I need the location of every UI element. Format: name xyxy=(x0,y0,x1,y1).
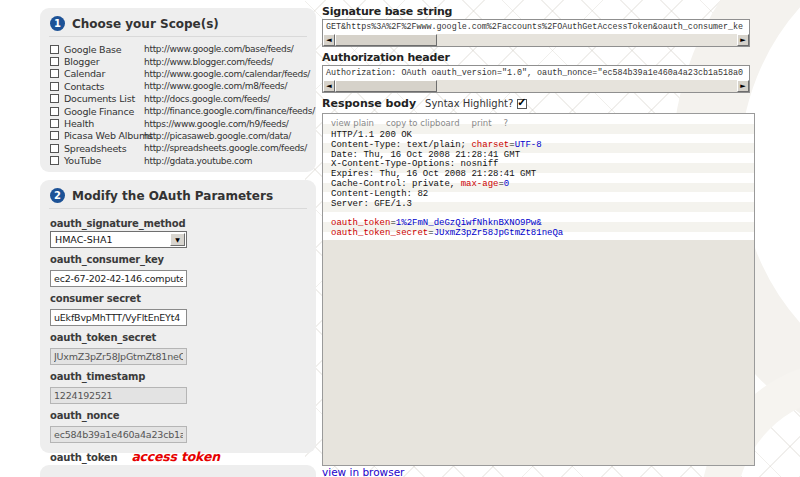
scope-checkbox[interactable] xyxy=(50,156,59,165)
scope-label: Spreadsheets xyxy=(64,143,144,154)
scroll-right-arrow-icon[interactable]: ► xyxy=(737,34,749,46)
field-label-row: oauth_signature_method xyxy=(50,218,306,229)
scroll-right-arrow-icon[interactable]: ► xyxy=(737,80,749,92)
syntax-toolbar: view plaincopy to clipboardprint? xyxy=(323,116,754,130)
field-label: oauth_token_secret xyxy=(50,332,156,343)
authorization-header-value: Authorization: OAuth oauth_version="1.0"… xyxy=(323,66,749,78)
scope-checkbox[interactable] xyxy=(50,131,59,140)
scope-checkbox[interactable] xyxy=(50,119,59,128)
scope-checkbox[interactable] xyxy=(50,107,59,116)
scopes-panel: 1 Choose your Scope(s) Google Basehttp:/… xyxy=(40,8,316,172)
scope-label: Google Finance xyxy=(64,106,144,117)
toolbar-link[interactable]: ? xyxy=(504,118,509,129)
signature-base-string-label: Signature base string xyxy=(322,5,452,18)
field-label-row: oauth_nonce xyxy=(50,410,306,421)
field-label: oauth_nonce xyxy=(50,410,119,421)
scope-label: YouTube xyxy=(64,155,144,166)
scope-url: http://docs.google.com/feeds/ xyxy=(144,94,306,104)
field-label: oauth_token xyxy=(50,452,117,463)
scope-row: Healthhttps://www.google.com/h9/feeds/ xyxy=(50,117,306,129)
next-step-panel-partial xyxy=(40,465,316,477)
step-1-badge: 1 xyxy=(50,16,65,31)
scope-checkbox[interactable] xyxy=(50,45,59,54)
field-label-row: consumer secret xyxy=(50,293,306,304)
scope-checkbox[interactable] xyxy=(50,57,59,66)
toolbar-link[interactable]: view plain xyxy=(331,118,374,129)
access-token-note: access token xyxy=(131,449,219,464)
syntax-highlight-label: Syntax Highlight? xyxy=(425,98,513,109)
scrollbar-track[interactable] xyxy=(437,34,737,46)
field-label-row: oauth_consumer_key xyxy=(50,254,306,265)
scope-row: Calendarhttp://www.google.com/calendar/f… xyxy=(50,68,306,80)
oauth-nonce-input[interactable] xyxy=(50,426,187,443)
response-body-box: view plaincopy to clipboardprint? HTTP/1… xyxy=(322,113,755,466)
field-label: oauth_signature_method xyxy=(50,218,185,229)
scroll-left-arrow-icon[interactable]: ◄ xyxy=(323,80,335,92)
syntax-highlight-toggle[interactable]: Syntax Highlight? xyxy=(425,98,527,109)
field-label-row: oauth_timestamp xyxy=(50,371,306,382)
scope-row: YouTubehttp://gdata.youtube.com xyxy=(50,155,306,167)
params-panel-title: Modify the OAuth Parameters xyxy=(72,189,273,203)
scope-url: http://gdata.youtube.com xyxy=(144,156,306,166)
field-label: oauth_timestamp xyxy=(50,371,145,382)
syntax-highlight-checkbox[interactable] xyxy=(517,99,527,109)
oauth-consumer-key-input[interactable] xyxy=(50,270,187,287)
scope-label: Health xyxy=(64,118,144,129)
view-in-browser-link[interactable]: view in browser xyxy=(322,466,404,477)
oauth-token-secret-input[interactable] xyxy=(50,348,187,365)
field-label-row: oauth_token_secret xyxy=(50,332,306,343)
scrollbar-thumb[interactable] xyxy=(335,34,437,46)
authorization-header-label: Authorization header xyxy=(322,51,450,64)
scope-row: Contactshttp://www.google.com/m8/feeds/ xyxy=(50,80,306,92)
scope-url: http://www.google.com/base/feeds/ xyxy=(144,44,306,54)
scope-row: Google Basehttp://www.google.com/base/fe… xyxy=(50,43,306,55)
signature-base-string-textarea[interactable]: GET&https%3A%2F%2Fwww.google.com%2Faccou… xyxy=(322,19,750,47)
scroll-left-arrow-icon[interactable]: ◄ xyxy=(323,34,335,46)
response-body-header: Response body Syntax Highlight? xyxy=(322,97,527,110)
scope-row: Google Financehttp://finance.google.com/… xyxy=(50,105,306,117)
field-label: consumer secret xyxy=(50,293,141,304)
horizontal-scrollbar[interactable]: ◄ ► xyxy=(323,34,749,46)
scope-url: http://www.google.com/calendar/feeds/ xyxy=(144,69,310,79)
syntax-highlighted-area: view plaincopy to clipboardprint? HTTP/1… xyxy=(323,114,754,240)
scope-checkbox[interactable] xyxy=(50,82,59,91)
authorization-header-textarea[interactable]: Authorization: OAuth oauth_version="1.0"… xyxy=(322,65,750,93)
scrollbar-thumb[interactable] xyxy=(335,80,437,92)
horizontal-scrollbar[interactable]: ◄ ► xyxy=(323,80,749,92)
scope-row: Spreadsheetshttp://spreadsheets.google.c… xyxy=(50,142,306,154)
consumer-secret-input[interactable] xyxy=(50,309,187,326)
chevron-down-icon[interactable]: ▼ xyxy=(170,233,185,246)
field-label: oauth_consumer_key xyxy=(50,254,164,265)
params-panel-header: 2 Modify the OAuth Parameters xyxy=(49,180,307,209)
scope-checkbox[interactable] xyxy=(50,69,59,78)
scope-checkbox[interactable] xyxy=(50,94,59,103)
params-panel: 2 Modify the OAuth Parameters oauth_sign… xyxy=(40,180,316,453)
field-label-row: oauth_tokenaccess token xyxy=(50,449,306,464)
scrollbar-track[interactable] xyxy=(437,80,737,92)
scope-label: Calendar xyxy=(64,68,144,79)
select-value: HMAC-SHA1 xyxy=(55,234,112,245)
scopes-panel-title: Choose your Scope(s) xyxy=(72,17,219,31)
scope-checkbox[interactable] xyxy=(50,144,59,153)
scope-url: https://www.google.com/h9/feeds/ xyxy=(144,119,306,129)
toolbar-link[interactable]: print xyxy=(472,118,492,129)
scopes-panel-header: 1 Choose your Scope(s) xyxy=(49,8,307,37)
scope-list: Google Basehttp://www.google.com/base/fe… xyxy=(40,37,316,171)
oauth-timestamp-input[interactable] xyxy=(50,387,187,404)
scope-label: Contacts xyxy=(64,81,144,92)
step-2-badge: 2 xyxy=(50,188,65,203)
response-body-code: HTTP/1.1 200 OK Content-Type: text/plain… xyxy=(323,130,754,239)
scope-label: Google Base xyxy=(64,44,144,55)
scope-row: Picasa Web Albumshttp://picasaweb.google… xyxy=(50,130,306,142)
signature-method-select[interactable]: HMAC-SHA1▼ xyxy=(50,231,187,248)
signature-base-string-value: GET&https%3A%2F%2Fwww.google.com%2Faccou… xyxy=(323,20,749,32)
scope-url: http://picasaweb.google.com/data/ xyxy=(144,131,306,141)
toolbar-link[interactable]: copy to clipboard xyxy=(386,118,460,129)
scope-url: http://www.blogger.com/feeds/ xyxy=(144,57,306,67)
scope-url: http://finance.google.com/finance/feeds/ xyxy=(144,106,315,116)
oauth-playground-page: 1 Choose your Scope(s) Google Basehttp:/… xyxy=(0,0,800,477)
scope-url: http://www.google.com/m8/feeds/ xyxy=(144,81,306,91)
scope-label: Picasa Web Albums xyxy=(64,130,144,141)
scope-label: Blogger xyxy=(64,56,144,67)
scope-url: http://spreadsheets.google.com/feeds/ xyxy=(144,143,307,153)
